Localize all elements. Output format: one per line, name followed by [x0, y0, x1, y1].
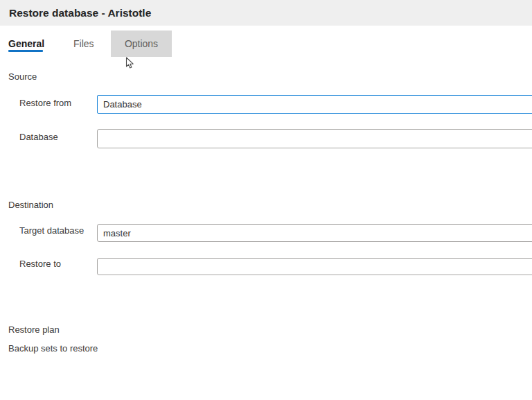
source-section-heading: Source [8, 71, 37, 82]
tab-options-label: Options [125, 38, 158, 49]
mouse-cursor-icon [125, 57, 135, 69]
tab-options[interactable]: Options [111, 31, 172, 57]
database-label: Database [19, 132, 58, 142]
restore-from-label: Restore from [19, 98, 71, 108]
restore-from-input[interactable] [97, 95, 532, 114]
database-input[interactable] [97, 129, 532, 148]
destination-section-heading: Destination [8, 200, 53, 210]
dialog-title: Restore database - Aristotle [0, 0, 532, 26]
tab-general[interactable]: General [8, 31, 44, 57]
restore-to-label: Restore to [19, 259, 61, 269]
restore-to-input[interactable] [97, 258, 532, 275]
target-database-label: Target database [19, 225, 84, 236]
dialog-titlebar: Restore database - Aristotle [0, 0, 532, 26]
restore-plan-heading: Restore plan [8, 324, 60, 335]
restore-database-dialog: Restore database - Aristotle General Fil… [0, 0, 532, 400]
active-tab-indicator [8, 50, 43, 52]
tab-files-label: Files [73, 38, 94, 49]
backup-sets-heading: Backup sets to restore [8, 343, 98, 354]
tab-general-label: General [8, 38, 44, 49]
tab-files[interactable]: Files [73, 31, 94, 57]
target-database-input[interactable] [97, 224, 532, 242]
